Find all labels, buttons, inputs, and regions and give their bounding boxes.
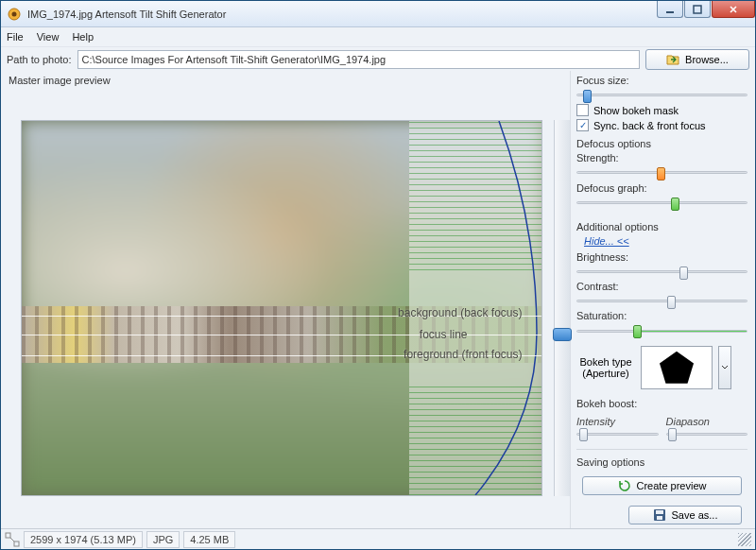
path-input[interactable]	[77, 50, 641, 69]
defocus-graph-slider[interactable]	[576, 197, 747, 209]
status-filesize: 4.25 MB	[183, 531, 235, 548]
preview-canvas[interactable]: background (back focus) focus line foreg…	[21, 120, 542, 496]
strength-label: Strength:	[576, 152, 747, 163]
window-title: IMG_1974.jpg Artensoft Tilt Shift Genera…	[27, 9, 656, 20]
path-row: Path to photo: Browse...	[1, 46, 755, 71]
bokeh-shape-preview	[641, 346, 713, 389]
menu-view[interactable]: View	[37, 31, 60, 43]
contrast-slider[interactable]	[576, 295, 747, 307]
vscroll-track	[555, 120, 570, 496]
show-mask-label: Show bokeh mask	[593, 105, 679, 116]
path-label: Path to photo:	[7, 54, 72, 65]
defocus-graph-label: Defocus graph:	[576, 182, 747, 194]
preview-wrap: background (back focus) focus line foreg…	[9, 88, 570, 528]
preview-vscroll[interactable]	[554, 120, 570, 496]
label-focus-line: focus line	[420, 328, 468, 341]
diapason-slider[interactable]	[666, 427, 748, 442]
svg-rect-5	[656, 510, 663, 514]
browse-button[interactable]: Browse...	[645, 49, 749, 70]
save-as-button[interactable]: Save as...	[628, 506, 742, 524]
bokeh-type-row: Bokeh type (Aperture)	[576, 346, 747, 389]
status-format: JPG	[146, 531, 180, 548]
svg-point-1	[12, 11, 17, 16]
create-preview-button[interactable]: Create preview	[582, 476, 742, 495]
focus-size-slider[interactable]	[576, 89, 747, 101]
pentagon-icon	[660, 352, 694, 384]
label-back-focus: background (back focus)	[398, 306, 522, 319]
bokeh-boost-label: Bokeh boost:	[576, 398, 747, 409]
saving-options-label: Saving options	[576, 456, 747, 468]
maximize-button[interactable]	[684, 1, 711, 18]
hide-link[interactable]: Hide... <<	[584, 235, 747, 247]
defocus-options-label: Defocus options	[576, 138, 747, 149]
saturation-label: Saturation:	[576, 310, 747, 321]
show-bokeh-mask-checkbox[interactable]: Show bokeh mask	[576, 104, 747, 116]
divider	[576, 449, 747, 450]
browse-label: Browse...	[685, 54, 729, 65]
title-bar[interactable]: IMG_1974.jpg Artensoft Tilt Shift Genera…	[1, 1, 755, 27]
menu-file[interactable]: File	[7, 31, 24, 43]
folder-icon	[666, 53, 679, 66]
intensity-slider[interactable]	[576, 427, 659, 442]
bokeh-type-dropdown[interactable]	[718, 346, 731, 389]
content-area: Master image preview background (back fo…	[1, 71, 755, 528]
chevron-down-icon	[721, 364, 729, 371]
additional-options-label: Additional options	[576, 221, 747, 232]
checkbox-checked-icon	[576, 119, 589, 131]
bokeh-type-label: Bokeh type (Aperture)	[576, 356, 635, 379]
checkbox-icon	[576, 104, 589, 116]
bokeh-boost-row: Intensity Diapason	[576, 416, 747, 442]
app-window: IMG_1974.jpg Artensoft Tilt Shift Genera…	[0, 0, 756, 550]
preview-label: Master image preview	[9, 75, 570, 86]
label-front-focus: foreground (front focus)	[404, 348, 522, 361]
strength-slider[interactable]	[576, 166, 747, 179]
resize-grip[interactable]	[738, 533, 751, 546]
create-preview-label: Create preview	[637, 480, 707, 491]
vscroll-knob[interactable]	[553, 328, 572, 341]
svg-rect-3	[694, 6, 701, 13]
brightness-slider[interactable]	[576, 266, 747, 278]
menu-help[interactable]: Help	[72, 31, 94, 43]
preview-pane: Master image preview background (back fo…	[1, 71, 570, 528]
svg-rect-8	[14, 541, 19, 546]
refresh-icon	[618, 479, 631, 492]
window-controls	[656, 1, 755, 20]
diapason-label: Diapason	[666, 416, 748, 427]
status-bar: 2599 x 1974 (5.13 MP) JPG 4.25 MB	[1, 528, 755, 549]
svg-rect-2	[666, 11, 674, 13]
contrast-label: Contrast:	[576, 281, 747, 292]
floppy-icon	[653, 508, 666, 522]
save-as-label: Save as...	[672, 509, 718, 521]
focus-size-label: Focus size:	[576, 75, 747, 86]
intensity-label: Intensity	[576, 416, 659, 427]
brightness-label: Brightness:	[576, 251, 747, 263]
saturation-slider[interactable]	[576, 324, 747, 336]
close-button[interactable]	[712, 1, 755, 18]
status-icon	[5, 532, 20, 547]
svg-rect-6	[657, 516, 662, 520]
app-icon	[7, 7, 22, 22]
minimize-button[interactable]	[657, 1, 683, 18]
settings-panel: Focus size: Show bokeh mask Sync. back &…	[570, 71, 755, 528]
sync-focus-checkbox[interactable]: Sync. back & front focus	[576, 119, 747, 131]
sync-label: Sync. back & front focus	[593, 120, 706, 131]
menu-bar: File View Help	[1, 27, 755, 46]
svg-rect-7	[6, 533, 10, 538]
status-dimensions: 2599 x 1974 (5.13 MP)	[24, 531, 143, 548]
